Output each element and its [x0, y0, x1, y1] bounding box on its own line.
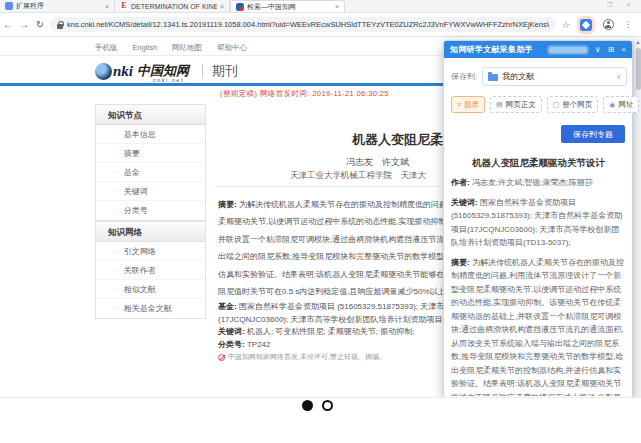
list-icon: ≡	[457, 101, 461, 108]
sidebar-item-related-fund-docs[interactable]: ·相关基金文献	[96, 299, 205, 318]
puzzle-icon	[5, 2, 13, 10]
window-icon: ▢	[553, 101, 560, 109]
article-affiliation[interactable]: 天津工业大学机械工程学院 天津大	[290, 170, 426, 182]
back-icon[interactable]: ←	[0, 19, 16, 30]
document-icon: ▤	[496, 101, 503, 109]
bullet: ·	[116, 163, 119, 182]
type-button-bibliography[interactable]: ≡题录	[451, 96, 485, 113]
expand-window-icon[interactable]: ⊞	[608, 41, 615, 58]
cnki-favicon	[236, 3, 244, 11]
e-favicon: E	[120, 2, 128, 10]
bullet: ·	[116, 144, 119, 163]
scrollbar[interactable]: ▲	[633, 38, 641, 398]
sidebar-item-abstract[interactable]: ·摘要	[96, 144, 205, 163]
scroll-up-arrow[interactable]: ▲	[634, 39, 641, 45]
link-help[interactable]: 帮助中心	[217, 43, 247, 53]
carousel-dot-active[interactable]	[302, 400, 313, 411]
panel-header[interactable]: 知网研学文献采集助手 ∨ ⊞ ×	[444, 41, 632, 58]
link-sitemap[interactable]: 网站地图	[172, 43, 202, 53]
address-bar: ← → ↻ kns.cnki.net/KCMS/detail/12.1341.t…	[0, 13, 641, 37]
sidebar-item-similar-docs[interactable]: ·相似文献	[96, 280, 205, 299]
group-title: 知识节点	[96, 105, 205, 125]
classno-value: TP242	[247, 340, 271, 349]
author-label: 作者:	[451, 178, 470, 187]
capture-type-row: ≡题录 ▤网页正文 ▢整个网页 ◉网址	[451, 96, 627, 113]
tab-title: 检索—中国知网	[247, 2, 332, 12]
link-english[interactable]: English	[133, 43, 158, 53]
close-icon[interactable]: ×	[220, 3, 224, 10]
bullet: ·	[116, 299, 119, 318]
bullet: ·	[116, 201, 119, 220]
doc-abstract: 为解决传统机器人柔顺关节存在的振动及控制精度低的问题,利用流体节流原理设计了一个…	[451, 258, 624, 397]
lock-icon	[57, 24, 63, 29]
bullet: ·	[116, 125, 119, 144]
abstract-label: 摘要:	[218, 200, 237, 209]
folder-icon	[488, 74, 498, 81]
fund-label: 基金:	[218, 302, 237, 311]
menu-icon[interactable]: ⋮	[624, 23, 632, 26]
keywords-label: 关键词:	[451, 198, 478, 207]
divider	[202, 64, 203, 78]
site-top-nav: 手机版 English 网站地图 帮助中心	[95, 43, 247, 53]
tab-cnki-search[interactable]: 检索—中国知网 ×	[230, 0, 345, 12]
link-mobile[interactable]: 手机版	[95, 43, 118, 53]
sidebar-item-fund[interactable]: ·基金	[96, 163, 205, 182]
globe-icon: ◉	[609, 101, 615, 109]
panel-title: 知网研学文献采集助手	[450, 44, 533, 55]
account-name-redacted	[548, 46, 588, 54]
cnki-logo[interactable]: nki 中国知网 cnki.net 期刊	[95, 59, 238, 83]
forward-icon[interactable]: →	[16, 19, 32, 30]
type-button-page-text[interactable]: ▤网页正文	[490, 96, 542, 113]
save-to-select[interactable]: 我的文献 ∨	[482, 67, 627, 86]
save-to-value: 我的文献	[502, 71, 612, 82]
copyright-note: 中国知网独家网络首发,未经许可,禁止转载、摘编。	[218, 352, 386, 362]
bullet: ·	[116, 261, 119, 280]
logo-text: nki	[113, 63, 133, 80]
tab-title: DETERMINATION OF KINETI	[131, 3, 217, 10]
type-button-url[interactable]: ◉网址	[603, 96, 639, 113]
browser-window: 扩展程序 × E DETERMINATION OF KINETI × 检索—中国…	[0, 0, 641, 398]
close-icon[interactable]: ×	[621, 41, 626, 58]
carousel-dot-inactive[interactable]	[322, 400, 333, 411]
sidebar-item-keywords[interactable]: ·关键词	[96, 182, 205, 201]
close-icon[interactable]: ×	[335, 3, 339, 10]
chevron-down-icon: ∨	[616, 73, 621, 81]
bullet: ·	[116, 182, 119, 201]
section-label: 期刊	[212, 62, 238, 80]
copyright-text: 中国知网独家网络首发,未经许可,禁止转载、摘编。	[228, 352, 386, 362]
sidebar-item-basic-info[interactable]: ·基本信息	[96, 125, 205, 144]
screen: 扩展程序 × E DETERMINATION OF KINETI × 检索—中国…	[0, 0, 641, 443]
window-controls[interactable]: ❐ ✕	[607, 1, 637, 8]
tab-bar: 扩展程序 × E DETERMINATION OF KINETI × 检索—中国…	[0, 0, 641, 13]
bullet: ·	[116, 280, 119, 299]
keywords-label: 关键词:	[218, 327, 245, 336]
bookmark-star-icon[interactable]: ☆	[562, 20, 570, 30]
sidebar-item-classno[interactable]: ·分类号	[96, 201, 205, 220]
captured-document-preview: 机器人变阻尼柔顺驱动关节设计 作者: 冯志友;许文斌;智德;康荣杰;陈丽莎 关键…	[451, 151, 626, 396]
scrollbar-thumb[interactable]	[636, 48, 641, 90]
sidebar-item-related-authors[interactable]: ·关联作者	[96, 261, 205, 280]
url-input[interactable]: kns.cnki.net/KCMS/detail/12.1341.ts.2019…	[50, 17, 556, 32]
knowledge-node-group: 知识节点 ·基本信息 ·摘要 ·基金 ·关键词 ·分类号	[95, 104, 206, 221]
no-reprint-icon	[218, 354, 225, 361]
save-to-row: 保存到: 我的文献 ∨	[451, 67, 627, 86]
cnki-extension-icon[interactable]	[580, 19, 592, 31]
sidebar-item-citation-network[interactable]: ·引文网络	[96, 242, 205, 261]
url-text[interactable]: kns.cnki.net/KCMS/detail/12.1341.ts.2019…	[67, 20, 549, 29]
save-to-label: 保存到:	[451, 71, 477, 82]
article-authors[interactable]: 冯志友 许文斌	[346, 156, 409, 169]
close-icon[interactable]: ×	[105, 3, 109, 10]
bullet: ·	[116, 242, 119, 261]
save-to-topic-button[interactable]: 保存到专题	[561, 125, 625, 143]
first-publish-note: (整期定稿) 网络首发时间: 2019-11-21 06:30:25	[220, 89, 389, 99]
group-title: 知识网络	[96, 222, 205, 242]
profile-icon[interactable]	[603, 19, 614, 30]
type-button-whole-page[interactable]: ▢整个网页	[547, 96, 599, 113]
tab-extensions[interactable]: 扩展程序 ×	[0, 0, 115, 12]
abstract-label: 摘要:	[451, 258, 470, 267]
reload-icon[interactable]: ↻	[32, 19, 48, 30]
classno-label: 分类号:	[218, 340, 245, 349]
chevron-down-icon[interactable]: ∨	[595, 41, 601, 58]
tab-determination[interactable]: E DETERMINATION OF KINETI ×	[115, 0, 230, 12]
tab-title: 扩展程序	[16, 1, 102, 11]
